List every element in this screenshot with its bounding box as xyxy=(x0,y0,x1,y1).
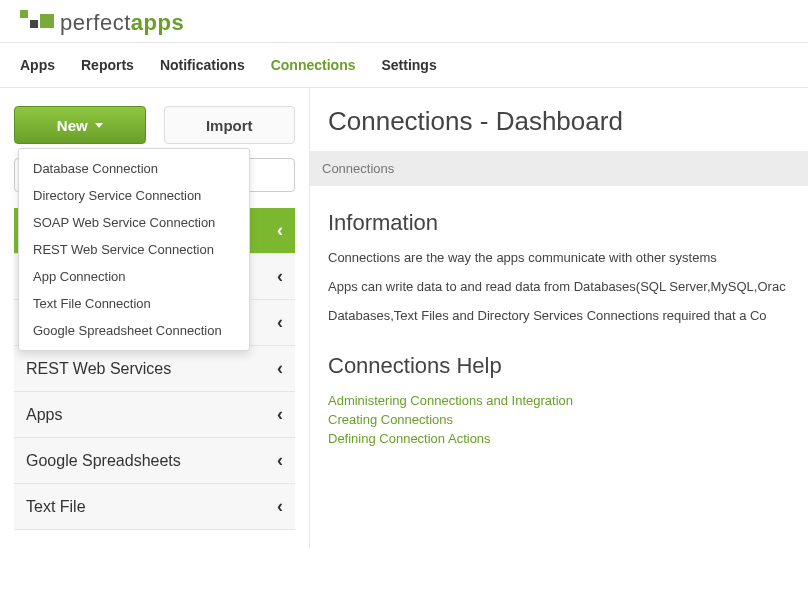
accordion-label: Apps xyxy=(26,406,62,424)
breadcrumb: Connections xyxy=(310,151,808,186)
dropdown-item-database[interactable]: Database Connection xyxy=(19,155,249,182)
header: perfectapps xyxy=(0,0,808,42)
nav-connections[interactable]: Connections xyxy=(271,43,356,87)
new-button-label: New xyxy=(57,117,88,134)
dropdown-item-textfile[interactable]: Text File Connection xyxy=(19,290,249,317)
chevron-left-icon: ‹ xyxy=(277,266,283,287)
page-title: Connections - Dashboard xyxy=(328,106,790,137)
info-text-1: Connections are the way the apps communi… xyxy=(328,250,790,265)
help-link-creating[interactable]: Creating Connections xyxy=(328,412,790,427)
nav-settings[interactable]: Settings xyxy=(381,43,436,87)
info-heading: Information xyxy=(328,210,790,236)
sidebar: New Import Database Connection Directory… xyxy=(0,88,310,548)
accordion-item-rest[interactable]: REST Web Services ‹ xyxy=(14,346,295,392)
dropdown-item-directory[interactable]: Directory Service Connection xyxy=(19,182,249,209)
nav-notifications[interactable]: Notifications xyxy=(160,43,245,87)
logo: perfectapps xyxy=(20,10,788,36)
logo-icon xyxy=(20,10,54,36)
info-text-3: Databases,Text Files and Directory Servi… xyxy=(328,308,790,323)
accordion-item-textfile[interactable]: Text File ‹ xyxy=(14,484,295,530)
info-text-2: Apps can write data to and read data fro… xyxy=(328,279,790,294)
chevron-left-icon: ‹ xyxy=(277,450,283,471)
dropdown-item-app[interactable]: App Connection xyxy=(19,263,249,290)
help-link-defining[interactable]: Defining Connection Actions xyxy=(328,431,790,446)
chevron-left-icon: ‹ xyxy=(277,220,283,241)
help-links: Administering Connections and Integratio… xyxy=(328,393,790,446)
nav-reports[interactable]: Reports xyxy=(81,43,134,87)
help-link-admin[interactable]: Administering Connections and Integratio… xyxy=(328,393,790,408)
caret-down-icon xyxy=(95,123,103,128)
accordion-label: Google Spreadsheets xyxy=(26,452,181,470)
chevron-left-icon: ‹ xyxy=(277,312,283,333)
import-button[interactable]: Import xyxy=(164,106,296,144)
chevron-left-icon: ‹ xyxy=(277,358,283,379)
chevron-left-icon: ‹ xyxy=(277,496,283,517)
accordion-item-apps[interactable]: Apps ‹ xyxy=(14,392,295,438)
logo-text: perfectapps xyxy=(60,10,184,36)
dropdown-item-soap[interactable]: SOAP Web Service Connection xyxy=(19,209,249,236)
accordion-item-google[interactable]: Google Spreadsheets ‹ xyxy=(14,438,295,484)
nav-apps[interactable]: Apps xyxy=(20,43,55,87)
main-content: Connections - Dashboard Connections Info… xyxy=(310,88,808,548)
new-button[interactable]: New xyxy=(14,106,146,144)
dropdown-item-google[interactable]: Google Spreadsheet Connection xyxy=(19,317,249,344)
accordion-label: REST Web Services xyxy=(26,360,171,378)
top-nav: Apps Reports Notifications Connections S… xyxy=(0,42,808,88)
new-dropdown: Database Connection Directory Service Co… xyxy=(18,148,250,351)
dropdown-item-rest[interactable]: REST Web Service Connection xyxy=(19,236,249,263)
logo-text-bold: apps xyxy=(131,10,184,35)
logo-text-light: perfect xyxy=(60,10,131,35)
help-heading: Connections Help xyxy=(328,353,790,379)
accordion-label: Text File xyxy=(26,498,86,516)
chevron-left-icon: ‹ xyxy=(277,404,283,425)
